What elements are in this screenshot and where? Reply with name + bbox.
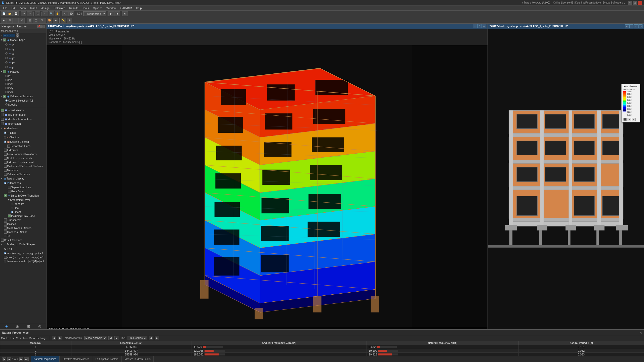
fine-radio[interactable] bbox=[11, 207, 13, 209]
phiy-radio[interactable] bbox=[5, 61, 8, 64]
new-btn[interactable]: 📄 bbox=[1, 11, 7, 16]
nav-uc-row[interactable]: ○ uc bbox=[3, 51, 46, 56]
nav-mphi1-row[interactable]: mφ1 bbox=[3, 82, 46, 86]
nav-table-icon[interactable]: ⊞ bbox=[27, 324, 30, 328]
result-sections-checkbox[interactable] bbox=[1, 239, 4, 242]
nav-max-mode2-row[interactable]: max (ux; uy; uc; φx; φy; φz) = 1 bbox=[3, 255, 46, 259]
save-btn[interactable]: 💾 bbox=[13, 11, 19, 16]
nav-transparent-row[interactable]: Transparent bbox=[3, 218, 46, 222]
nav-standard-row[interactable]: Standard bbox=[10, 202, 46, 206]
vp-left-close-btn[interactable]: × bbox=[482, 24, 486, 28]
bt-lc-dropdown[interactable]: Frequencies bbox=[128, 336, 147, 340]
nav-values-header[interactable]: ▼ ◈ Values on Surfaces bbox=[0, 94, 46, 99]
mphi1-radio[interactable] bbox=[5, 83, 8, 85]
page-first-btn[interactable]: |◀ bbox=[2, 357, 6, 361]
nav-scale-ratio-row[interactable]: ⚙ 1 : 1 bbox=[3, 247, 46, 251]
mass-matrix-radio[interactable] bbox=[4, 260, 6, 262]
pan-btn[interactable]: ✋ bbox=[55, 11, 60, 16]
vp-left-min-btn[interactable]: − bbox=[473, 24, 477, 28]
nav-struct-icon[interactable]: ◈ bbox=[5, 324, 8, 328]
maximize-button[interactable]: □ bbox=[633, 1, 637, 5]
nav-camera-icon[interactable]: ◎ bbox=[38, 324, 41, 328]
menu-calculate[interactable]: Calculate bbox=[52, 6, 67, 11]
members2-checkbox[interactable] bbox=[4, 169, 7, 172]
tb2-btn2[interactable]: ⊞ bbox=[7, 18, 13, 23]
cp-btn3[interactable]: ≡ bbox=[632, 118, 636, 121]
section-colored-radio[interactable] bbox=[4, 141, 6, 143]
max-mode-radio[interactable] bbox=[4, 252, 6, 254]
nodal-disp-checkbox[interactable] bbox=[4, 157, 7, 160]
page-next-btn[interactable]: ▶ bbox=[19, 357, 23, 361]
menu-help[interactable]: Help bbox=[134, 6, 144, 11]
nav-mphiz-row[interactable]: mφz bbox=[3, 90, 46, 94]
settings-btn[interactable]: ⚙ bbox=[122, 11, 128, 16]
nav-gray-zone-row[interactable]: Gray Zone bbox=[7, 189, 46, 193]
nav-extreme-disp-row[interactable]: Extreme Displacement bbox=[3, 160, 46, 164]
menu-view[interactable]: View bbox=[18, 6, 28, 11]
nav-mphiy-row[interactable]: mφy bbox=[3, 86, 46, 90]
mphiy-radio[interactable] bbox=[5, 87, 8, 89]
undo-btn[interactable]: ↩ bbox=[21, 11, 26, 16]
nav-isobands-row[interactable]: ⊟ Isobands bbox=[3, 181, 46, 185]
outlines-checkbox[interactable] bbox=[4, 165, 7, 168]
tab-participation[interactable]: Participation Factors bbox=[92, 356, 122, 362]
bt-selection[interactable]: Selection bbox=[16, 337, 27, 340]
nav-m2-row[interactable]: m2 bbox=[3, 78, 46, 82]
smooth-color-checkbox[interactable] bbox=[4, 194, 7, 197]
nav-off-row[interactable]: Off bbox=[3, 234, 46, 238]
viewport-left-canvas[interactable]: max |u| : 1.00000 | min |u| : 0.00000 bbox=[47, 45, 488, 329]
nav-max-mode-row[interactable]: max (ux; uy; uc; φx; φy; φz) = 1 bbox=[3, 251, 46, 255]
ux-radio[interactable] bbox=[5, 43, 8, 46]
vp-right-max-btn[interactable]: □ bbox=[629, 24, 633, 28]
tab-masses-mesh[interactable]: Masses in Mesh Points bbox=[122, 356, 154, 362]
nav-phiz-row[interactable]: ○ φz bbox=[3, 65, 46, 69]
isobands-solids-checkbox[interactable] bbox=[4, 231, 7, 234]
minimize-button[interactable]: − bbox=[628, 1, 632, 5]
extreme-disp-checkbox[interactable] bbox=[4, 161, 7, 164]
zoom-btn[interactable]: 🔍 bbox=[49, 11, 54, 16]
bt-next-btn[interactable]: ▶ bbox=[58, 336, 62, 340]
bt-mode-prev-btn[interactable]: ◀ bbox=[149, 336, 153, 340]
bottom-panel-expand-btn[interactable]: △ bbox=[640, 331, 642, 334]
nav-fine-row[interactable]: Fine bbox=[10, 206, 46, 210]
open-btn[interactable]: 📂 bbox=[7, 11, 13, 16]
view3d-btn[interactable]: 3D bbox=[68, 11, 74, 16]
nav-mass-matrix-row[interactable]: From mass matrix [u]T[M][u] = 1 bbox=[3, 259, 46, 263]
lines-radio[interactable] bbox=[4, 131, 6, 134]
nav-extremes-row[interactable]: Extremes bbox=[3, 148, 46, 152]
menu-file[interactable]: File bbox=[1, 6, 10, 11]
isobands-radio[interactable] bbox=[4, 182, 6, 184]
page-prev-btn[interactable]: ◀ bbox=[7, 357, 11, 361]
frequency-input[interactable] bbox=[3, 34, 15, 37]
bt-lc-prev-btn[interactable]: ◀ bbox=[108, 336, 113, 340]
tb2-btn4[interactable]: ⟲ bbox=[19, 18, 25, 23]
menu-edit[interactable]: Edit bbox=[10, 6, 18, 11]
tb2-color2[interactable]: ◼ bbox=[53, 18, 58, 23]
uy-radio[interactable] bbox=[5, 48, 8, 50]
nav-information[interactable]: ◼ Information bbox=[0, 121, 46, 126]
nav-isolines-row[interactable]: Isolines bbox=[3, 222, 46, 226]
title-info-checkbox[interactable] bbox=[1, 113, 4, 116]
phix-radio[interactable] bbox=[5, 57, 8, 59]
torsional-checkbox[interactable] bbox=[4, 153, 7, 156]
page-last-btn[interactable]: ▶| bbox=[24, 357, 28, 361]
nav-scaling-header[interactable]: ▼ ⤢ Scaling of Mode Shapes bbox=[0, 242, 46, 247]
menu-insert[interactable]: Insert bbox=[28, 6, 39, 11]
specific-radio[interactable] bbox=[5, 103, 8, 106]
nav-phiy-row[interactable]: ○ φy bbox=[3, 60, 46, 65]
tb2-btn1[interactable]: ◈ bbox=[1, 18, 7, 23]
stop-btn[interactable]: ■ bbox=[114, 11, 120, 16]
result-values-checkbox[interactable] bbox=[1, 109, 4, 112]
nav-masses-header[interactable]: ▼ ◈ Masses bbox=[0, 69, 46, 74]
bt-goto[interactable]: Go To bbox=[1, 337, 8, 340]
nav-mode-shape-header[interactable]: ▼ ◈ Mode Shape bbox=[0, 38, 46, 42]
standard-radio[interactable] bbox=[11, 203, 13, 205]
nav-members2-row[interactable]: Members bbox=[3, 168, 46, 172]
tb2-coord[interactable]: ⊕ bbox=[67, 18, 72, 23]
menu-assign[interactable]: Assign bbox=[39, 6, 52, 11]
cp-btn2[interactable]: ↔ bbox=[627, 118, 631, 121]
nav-results-icon[interactable]: ◉ bbox=[16, 324, 19, 328]
tb2-btn3[interactable]: ≡ bbox=[13, 18, 19, 23]
tb2-view3[interactable]: ⊡ bbox=[39, 18, 45, 23]
transparent-checkbox[interactable] bbox=[4, 218, 7, 221]
